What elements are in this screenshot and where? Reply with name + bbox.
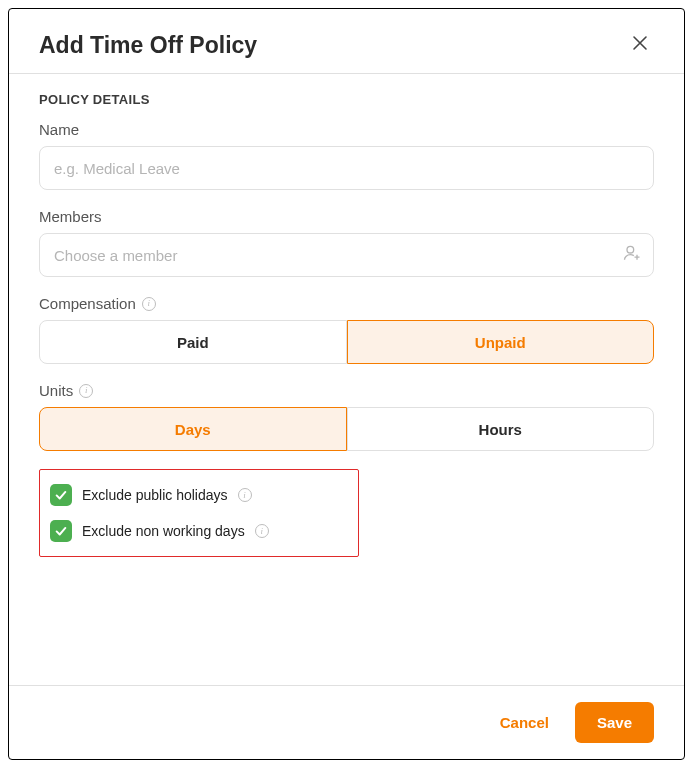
modal-footer: Cancel Save <box>9 685 684 759</box>
modal-title: Add Time Off Policy <box>39 32 257 59</box>
units-option-days[interactable]: Days <box>39 407 347 451</box>
info-icon[interactable]: i <box>79 384 93 398</box>
units-option-hours[interactable]: Hours <box>347 407 655 451</box>
modal-body: POLICY DETAILS Name Members Compensation… <box>9 74 684 685</box>
info-icon[interactable]: i <box>142 297 156 311</box>
modal-header: Add Time Off Policy <box>9 9 684 74</box>
exclude-public-holidays-checkbox[interactable] <box>50 484 72 506</box>
svg-point-0 <box>627 246 634 253</box>
add-member-button[interactable] <box>622 243 642 267</box>
exclude-public-holidays-label: Exclude public holidays <box>82 487 228 503</box>
cancel-button[interactable]: Cancel <box>494 713 555 732</box>
checkmark-icon <box>54 488 68 502</box>
units-label-text: Units <box>39 382 73 399</box>
person-plus-icon <box>622 243 642 263</box>
save-button[interactable]: Save <box>575 702 654 743</box>
members-field <box>39 233 654 277</box>
exclude-non-working-days-row: Exclude non working days i <box>50 520 348 542</box>
checkmark-icon <box>54 524 68 538</box>
units-label: Units i <box>39 382 654 399</box>
compensation-option-paid[interactable]: Paid <box>39 320 347 364</box>
section-heading: POLICY DETAILS <box>39 92 654 107</box>
info-icon[interactable]: i <box>238 488 252 502</box>
close-button[interactable] <box>626 29 654 61</box>
add-time-off-policy-modal: Add Time Off Policy POLICY DETAILS Name … <box>8 8 685 760</box>
compensation-label-text: Compensation <box>39 295 136 312</box>
close-icon <box>630 33 650 53</box>
name-input[interactable] <box>39 146 654 190</box>
compensation-label: Compensation i <box>39 295 654 312</box>
exclude-non-working-days-label: Exclude non working days <box>82 523 245 539</box>
units-toggle: Days Hours <box>39 407 654 451</box>
name-label: Name <box>39 121 654 138</box>
members-input[interactable] <box>39 233 654 277</box>
exclude-non-working-days-checkbox[interactable] <box>50 520 72 542</box>
exclude-public-holidays-row: Exclude public holidays i <box>50 484 348 506</box>
members-label: Members <box>39 208 654 225</box>
compensation-toggle: Paid Unpaid <box>39 320 654 364</box>
exclusion-options-highlight: Exclude public holidays i Exclude non wo… <box>39 469 359 557</box>
compensation-option-unpaid[interactable]: Unpaid <box>347 320 655 364</box>
info-icon[interactable]: i <box>255 524 269 538</box>
